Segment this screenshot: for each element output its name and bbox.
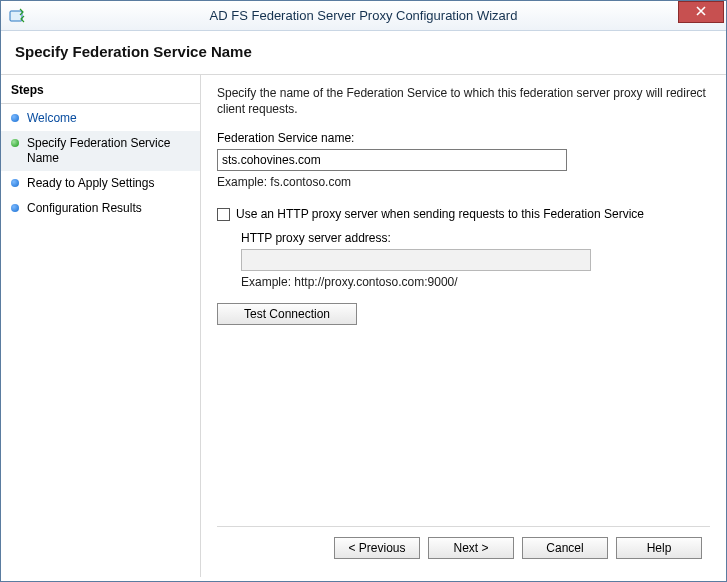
step-label: Specify Federation Service Name xyxy=(27,136,190,166)
titlebar: AD FS Federation Server Proxy Configurat… xyxy=(1,1,726,31)
test-connection-button[interactable]: Test Connection xyxy=(217,303,357,325)
previous-button[interactable]: < Previous xyxy=(334,537,420,559)
cancel-button[interactable]: Cancel xyxy=(522,537,608,559)
step-welcome[interactable]: Welcome xyxy=(1,106,200,131)
close-icon xyxy=(696,5,706,19)
app-icon xyxy=(9,8,25,24)
bullet-icon xyxy=(11,179,19,187)
federation-service-name-input[interactable] xyxy=(217,149,567,171)
use-http-proxy-row[interactable]: Use an HTTP proxy server when sending re… xyxy=(217,207,710,221)
wizard-footer: < Previous Next > Cancel Help xyxy=(217,526,710,567)
http-proxy-sub-block: HTTP proxy server address: Example: http… xyxy=(241,231,710,289)
bullet-icon xyxy=(11,139,19,147)
steps-sidebar: Steps Welcome Specify Federation Service… xyxy=(1,75,201,577)
page-header: Specify Federation Service Name xyxy=(1,31,726,75)
content-pane: Specify the name of the Federation Servi… xyxy=(201,75,726,577)
help-button[interactable]: Help xyxy=(616,537,702,559)
http-proxy-address-input xyxy=(241,249,591,271)
svg-rect-0 xyxy=(10,11,22,21)
http-proxy-address-label: HTTP proxy server address: xyxy=(241,231,710,245)
page-title: Specify Federation Service Name xyxy=(15,43,712,60)
close-button[interactable] xyxy=(678,1,724,23)
steps-title: Steps xyxy=(1,81,200,104)
step-ready-to-apply-settings[interactable]: Ready to Apply Settings xyxy=(1,171,200,196)
step-label: Configuration Results xyxy=(27,201,190,216)
federation-service-name-block: Federation Service name: Example: fs.con… xyxy=(217,131,710,189)
window-title: AD FS Federation Server Proxy Configurat… xyxy=(1,8,726,23)
step-specify-federation-service-name[interactable]: Specify Federation Service Name xyxy=(1,131,200,171)
federation-service-name-label: Federation Service name: xyxy=(217,131,710,145)
federation-service-name-example: Example: fs.contoso.com xyxy=(217,175,710,189)
body: Steps Welcome Specify Federation Service… xyxy=(1,75,726,577)
http-proxy-address-example: Example: http://proxy.contoso.com:9000/ xyxy=(241,275,710,289)
step-configuration-results[interactable]: Configuration Results xyxy=(1,196,200,221)
bullet-icon xyxy=(11,114,19,122)
use-http-proxy-label: Use an HTTP proxy server when sending re… xyxy=(236,207,644,221)
page-description: Specify the name of the Federation Servi… xyxy=(217,85,710,117)
step-label: Welcome xyxy=(27,111,190,126)
step-label: Ready to Apply Settings xyxy=(27,176,190,191)
bullet-icon xyxy=(11,204,19,212)
use-http-proxy-checkbox[interactable] xyxy=(217,208,230,221)
next-button[interactable]: Next > xyxy=(428,537,514,559)
